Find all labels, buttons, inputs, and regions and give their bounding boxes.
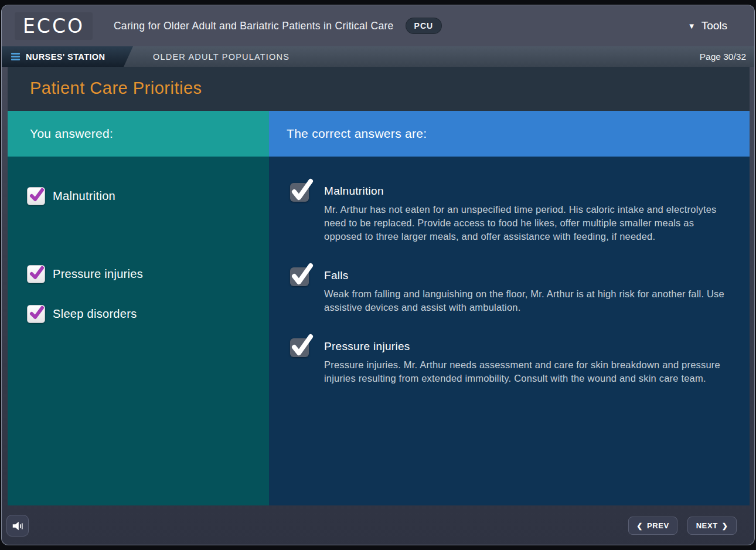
correct-answer-label: Falls <box>324 269 734 282</box>
user-answer-item: Pressure injuries <box>27 205 269 283</box>
chevron-left-icon: ❮ <box>636 522 643 530</box>
correct-answer-description: Mr. Arthur has not eaten for an unspecif… <box>324 203 734 243</box>
nurses-station-tab[interactable]: NURSES' STATION <box>2 46 133 67</box>
app-window: ECCO Caring for Older Adult and Bariatri… <box>1 5 755 545</box>
top-header-bar: ECCO Caring for Older Adult and Bariatri… <box>2 5 754 46</box>
checkbox-checked-icon[interactable] <box>27 305 45 323</box>
next-button[interactable]: NEXT ❯ <box>687 517 737 535</box>
hamburger-menu-icon <box>11 53 20 60</box>
section-breadcrumb: OLDER ADULT POPULATIONS <box>153 52 290 62</box>
correct-answer-label: Malnutrition <box>324 185 734 198</box>
user-answer-label: Sleep disorders <box>53 307 137 321</box>
page-title: Patient Care Priorities <box>8 67 750 98</box>
footer-bar: ❮ PREV NEXT ❯ <box>2 505 754 545</box>
user-answer-label: Malnutrition <box>53 189 115 203</box>
chevron-right-icon: ❯ <box>722 522 728 530</box>
correct-panel-heading: The correct answers are: <box>269 111 750 157</box>
correct-answer-description: Weak from falling and languishing on the… <box>324 287 734 314</box>
checkbox-checked-icon <box>290 183 309 202</box>
correct-answer-item: Malnutrition Mr. Arthur has not eaten fo… <box>290 182 738 243</box>
course-title: Caring for Older Adult and Bariatric Pat… <box>114 20 394 32</box>
ecco-logo: ECCO <box>15 12 93 40</box>
correct-answer-label: Pressure injuries <box>324 340 734 353</box>
nav-bar: NURSES' STATION OLDER ADULT POPULATIONS … <box>2 46 754 67</box>
user-answer-item: Sleep disorders <box>27 283 269 323</box>
tools-label: Tools <box>701 19 727 32</box>
user-answer-item: Malnutrition <box>27 157 269 205</box>
user-answer-label: Pressure injuries <box>53 267 143 281</box>
user-answers-panel: You answered: Malnutrition Pressure inju… <box>8 111 269 505</box>
correct-answer-item: Pressure injuries Pressure injuries. Mr.… <box>290 337 738 385</box>
correct-answer-description: Pressure injuries. Mr. Arthur needs asse… <box>324 358 734 385</box>
audio-button[interactable] <box>6 515 29 537</box>
user-panel-heading: You answered: <box>8 111 269 157</box>
content-area: Patient Care Priorities You answered: Ma… <box>8 67 750 505</box>
unit-badge: PCU <box>406 18 442 34</box>
dropdown-arrow-icon: ▼ <box>688 22 696 30</box>
speaker-icon <box>11 520 24 532</box>
checkbox-checked-icon[interactable] <box>27 265 45 283</box>
prev-button[interactable]: ❮ PREV <box>628 517 677 535</box>
prev-button-label: PREV <box>647 521 669 530</box>
title-band: Patient Care Priorities <box>8 67 750 111</box>
checkbox-checked-icon <box>290 338 309 357</box>
correct-answer-item: Falls Weak from falling and languishing … <box>290 266 738 314</box>
next-button-label: NEXT <box>696 521 718 530</box>
tools-dropdown[interactable]: ▼ Tools <box>688 19 738 32</box>
page-indicator: Page 30/32 <box>700 52 754 62</box>
checkbox-checked-icon <box>290 267 309 286</box>
checkbox-checked-icon[interactable] <box>27 187 45 205</box>
nurses-station-label: NURSES' STATION <box>26 52 105 62</box>
correct-answers-panel: The correct answers are: Malnutrition Mr… <box>269 111 750 505</box>
